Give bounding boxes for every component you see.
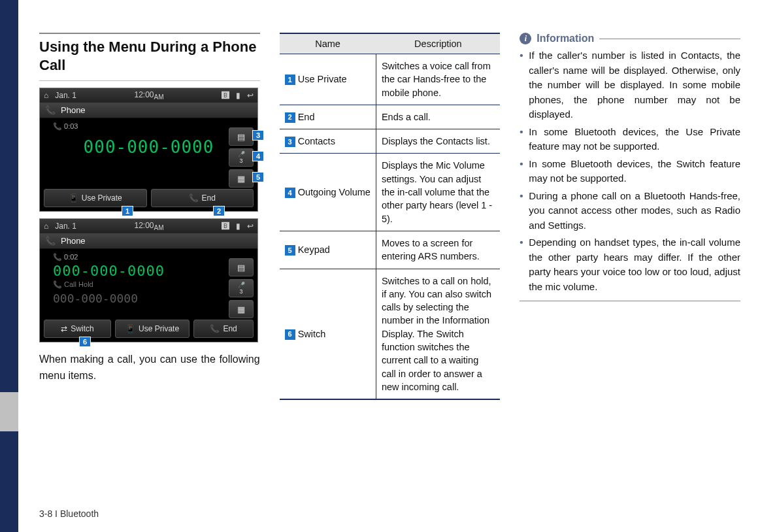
- row-desc: Displays the Contacts list.: [376, 129, 500, 154]
- callout-marker: 4: [252, 151, 264, 161]
- row-desc: Moves to a screen for entering ARS numbe…: [376, 231, 500, 269]
- volume-level: 3: [239, 288, 242, 295]
- callout-marker: 6: [79, 337, 91, 347]
- screenshot-call-hold: ⌂ Jan. 1 12:00AM 🅱 ▮ ↩ 📞 Phone 📞 0:02: [39, 218, 258, 342]
- info-list: If the caller's number is listed in Cont…: [520, 48, 740, 294]
- page-side-tab: [0, 392, 18, 431]
- phone-handset-icon: 📞: [45, 236, 56, 246]
- phone-tab: 📞 Phone: [40, 103, 257, 118]
- active-call-number: 000-000-0000: [40, 261, 257, 280]
- column-middle: Name Description 1Use Private Switches a…: [280, 33, 501, 400]
- status-bar: ⌂ Jan. 1 12:00AM 🅱 ▮ ↩: [40, 219, 257, 233]
- table-header-desc: Description: [376, 33, 500, 54]
- keypad-button[interactable]: ▦: [229, 300, 254, 318]
- bottom-bar: ⇄ Switch 📱 Use Private 📞 End: [44, 320, 254, 338]
- phone-tab: 📞 Phone: [40, 233, 257, 249]
- use-private-label: Use Private: [139, 324, 179, 333]
- screenshot-during-call: ⌂ Jan. 1 12:00AM 🅱 ▮ ↩ 📞 Phone 📞 0:03: [39, 88, 258, 212]
- row-num-badge: 1: [285, 75, 295, 85]
- call-hold-label: 📞 Call Hold: [40, 280, 257, 290]
- outgoing-volume-button[interactable]: 🎤 3: [229, 279, 254, 297]
- info-title: Information: [537, 33, 594, 44]
- end-icon: 📞: [210, 324, 220, 333]
- contacts-button[interactable]: ▤: [229, 258, 254, 276]
- keypad-button[interactable]: ▦: [229, 169, 254, 188]
- side-buttons: ▤ 🎤 3 ▦: [229, 127, 254, 188]
- status-date: Jan. 1: [55, 222, 76, 231]
- status-bar: ⌂ Jan. 1 12:00AM 🅱 ▮ ↩: [40, 88, 257, 103]
- table-row: 1Use Private Switches a voice call from …: [280, 54, 501, 105]
- callout-marker: 1: [122, 206, 133, 216]
- back-icon: ↩: [247, 91, 254, 100]
- row-name: Keypad: [298, 244, 330, 255]
- back-icon: ↩: [247, 222, 254, 231]
- switch-button[interactable]: ⇄ Switch: [44, 320, 111, 338]
- row-name: Use Private: [298, 74, 347, 84]
- callout-marker: 3: [252, 130, 264, 141]
- timer-icon: 📞: [53, 122, 62, 130]
- info-end-rule: [520, 301, 740, 301]
- use-private-button[interactable]: 📱 Use Private: [115, 320, 190, 338]
- status-date: Jan. 1: [55, 91, 76, 100]
- call-timer-value: 0:02: [64, 253, 78, 261]
- contacts-icon: ▤: [237, 263, 245, 273]
- outgoing-volume-button[interactable]: 🎤 3: [229, 148, 254, 167]
- table-row: 5Keypad Moves to a screen for entering A…: [280, 231, 501, 269]
- status-time: 12:00: [134, 221, 154, 230]
- end-icon: 📞: [189, 193, 199, 203]
- keypad-icon: ▦: [237, 174, 245, 184]
- row-name: Contacts: [298, 136, 335, 146]
- use-private-label: Use Private: [82, 193, 122, 203]
- row-desc: Switches a voice call from the car Hands…: [376, 54, 500, 105]
- row-num-badge: 4: [285, 188, 295, 198]
- end-label: End: [202, 193, 216, 203]
- end-button[interactable]: 📞 End: [193, 320, 254, 338]
- hold-icon: 📞: [53, 280, 62, 288]
- hold-call-number: 000-000-0000: [40, 290, 257, 309]
- info-icon: i: [520, 33, 531, 44]
- use-private-button[interactable]: 📱 Use Private: [44, 189, 147, 207]
- info-item: If the caller's number is listed in Cont…: [520, 48, 740, 122]
- section-heading: Using the Menu During a Phone Call: [39, 33, 260, 81]
- info-rule: [599, 39, 740, 39]
- end-label: End: [223, 324, 237, 333]
- row-name: End: [298, 112, 315, 122]
- row-num-badge: 3: [285, 137, 295, 147]
- side-buttons: ▤ 🎤 3 ▦: [229, 258, 254, 318]
- status-time: 12:00: [134, 90, 154, 99]
- intro-paragraph: When making a call, you can use the foll…: [39, 352, 260, 384]
- status-ampm: AM: [154, 224, 163, 231]
- table-row: 4Outgoing Volume Displays the Mic Volume…: [280, 154, 501, 231]
- hold-label-text: Call Hold: [64, 280, 93, 288]
- call-number: 000-000-0000: [40, 131, 257, 162]
- keypad-icon: ▦: [237, 305, 245, 314]
- call-timer-value: 0:03: [64, 122, 78, 130]
- contacts-button[interactable]: ▤: [229, 127, 254, 146]
- mic-volume-icon: 🎤: [238, 151, 245, 158]
- callout-marker: 2: [213, 206, 225, 216]
- bottom-bar: 📱 Use Private 📞 End: [44, 189, 254, 207]
- table-header-name: Name: [280, 33, 376, 54]
- row-num-badge: 2: [285, 112, 295, 123]
- bluetooth-icon: 🅱: [222, 91, 229, 100]
- signal-icon: ▮: [236, 91, 240, 100]
- timer-icon: 📞: [53, 253, 62, 261]
- row-num-badge: 5: [285, 245, 295, 256]
- mic-volume-icon: 🎤: [238, 282, 245, 288]
- feature-table: Name Description 1Use Private Switches a…: [280, 33, 501, 400]
- info-item: During a phone call on a Bluetooth Hands…: [520, 189, 740, 233]
- switch-icon: ⇄: [61, 324, 67, 333]
- phone-handset-icon: 📞: [45, 105, 56, 115]
- page-footer: 3-8 I Bluetooth: [39, 508, 99, 519]
- page-left-margin: [0, 0, 18, 532]
- private-icon: 📱: [125, 324, 135, 333]
- table-row: 3Contacts Displays the Contacts list.: [280, 129, 501, 154]
- call-timer: 📞 0:02: [40, 249, 257, 261]
- info-item: Depending on handset types, the in-call …: [520, 235, 740, 294]
- phone-tab-label: Phone: [61, 236, 86, 246]
- volume-level: 3: [239, 158, 242, 164]
- row-name: Switch: [298, 329, 326, 339]
- end-button[interactable]: 📞 End: [151, 189, 254, 207]
- home-icon: ⌂: [44, 91, 48, 100]
- row-desc: Switches to a call on hold, if any. You …: [376, 269, 500, 399]
